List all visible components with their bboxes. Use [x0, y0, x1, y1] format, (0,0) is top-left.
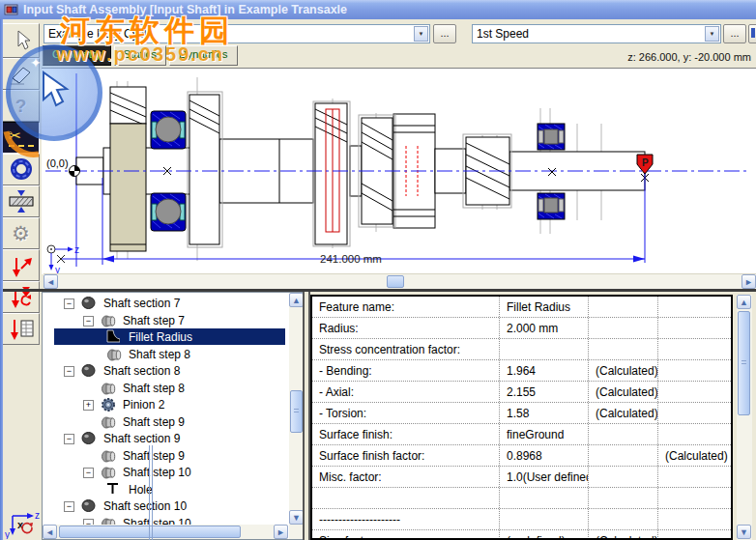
torque-load-tool-button[interactable] [2, 281, 40, 313]
tree-item-label: Fillet Radius [129, 330, 192, 344]
gear-blank[interactable] [110, 87, 146, 251]
tree-v-scrollbar[interactable]: ▲ ▼ [289, 293, 304, 539]
table-v-scrollbar[interactable]: ▲ ▼ [737, 295, 752, 540]
section-icon [81, 296, 96, 313]
expand-icon[interactable]: + [83, 400, 94, 411]
property-label: Misc. factor: [312, 467, 500, 487]
table-row: Stress concentration factor: [312, 339, 731, 360]
property-value: (Calculated) [658, 445, 731, 466]
scroll-up-icon[interactable]: ▲ [737, 295, 751, 309]
tree-item-shaft-section-7[interactable]: −Shaft section 7 [43, 295, 287, 312]
tree-item-label: Shaft section 8 [103, 364, 180, 378]
scroll-up-icon[interactable]: ▲ [289, 293, 304, 307]
property-value [658, 382, 731, 402]
gear-tool-button[interactable]: ⚙ [2, 217, 40, 249]
tree-table-splitter[interactable] [303, 292, 310, 540]
table-row: Misc. factor:1.0(User defined) [312, 467, 731, 488]
table-row [312, 488, 731, 509]
spline-gear-2-selected-feature[interactable] [313, 101, 350, 246]
tree-h-scrollbar[interactable]: ◄ ► [43, 525, 288, 539]
tree-item-shaft-section-10[interactable]: −Shaft section 10 [43, 497, 287, 515]
tree-item-hole[interactable]: Hole [43, 481, 287, 498]
drawing-h-scrollbar[interactable]: ◄ ► [44, 273, 756, 290]
tree-item-shaft-section-9[interactable]: −Shaft section 9 [43, 430, 287, 447]
scrollbar-thumb[interactable] [387, 275, 404, 288]
property-value: 1.964 [500, 360, 589, 381]
property-value: (Calculated) [589, 530, 658, 540]
shaft-feature-tree: −Shaft section 7−Shaft step 7Fillet Radi… [42, 292, 303, 540]
shaft-drawing-panel[interactable]: (0,0) P 241.000 mm z y [42, 68, 756, 274]
collapse-icon[interactable]: − [64, 501, 74, 512]
tree-item-label: Shaft step 10 [123, 466, 191, 479]
origin-label: (0,0) [46, 157, 69, 169]
property-value [500, 339, 589, 359]
speed-combobox[interactable]: 1st Speed ▼ [472, 24, 721, 43]
property-value: fineGround [500, 424, 589, 444]
speed-browse-button[interactable]: ... [723, 24, 746, 43]
tree-item-shaft-step-9[interactable]: Shaft step 9 [43, 413, 287, 431]
tree-item-shaft-step-10[interactable]: −Shaft step 10 [43, 464, 287, 481]
spline-gear-1[interactable] [188, 92, 222, 247]
property-value [500, 509, 589, 529]
step-icon [101, 381, 117, 398]
tree-item-shaft-step-7[interactable]: −Shaft step 7 [43, 312, 287, 329]
step-icon [101, 414, 117, 432]
axis-z-label: z [35, 510, 40, 521]
tree-item-shaft-step-9[interactable]: Shaft step 9 [43, 447, 287, 465]
property-value [658, 488, 731, 508]
property-value: (Calculated) [589, 360, 658, 381]
tree-item-shaft-step-10[interactable]: −Shaft step 10 [43, 515, 287, 526]
fillet-property-table: Feature name:Fillet RadiusRadius:2.000 m… [310, 295, 733, 540]
property-label: Size factor: [312, 530, 500, 540]
property-label: Surface finish: [312, 424, 500, 444]
bearing-tool-button[interactable] [2, 154, 40, 185]
duty-cycle-browse-button[interactable]: ... [433, 24, 456, 43]
scrollbar-thumb[interactable] [290, 390, 303, 433]
chevron-down-icon[interactable]: ▼ [414, 26, 428, 42]
property-label: Radius: [312, 318, 500, 338]
fillet-icon [106, 329, 120, 346]
property-value [500, 488, 589, 508]
collapse-icon[interactable]: − [64, 298, 74, 309]
tree-item-label: Shaft section 7 [103, 297, 180, 310]
calculator-button[interactable] [748, 24, 756, 43]
load-spreadsheet-tool-button[interactable] [2, 313, 40, 345]
property-value [658, 339, 731, 359]
tree-item-shaft-section-8[interactable]: −Shaft section 8 [43, 362, 287, 380]
collapse-icon[interactable]: − [64, 434, 74, 444]
section-icon [81, 363, 96, 381]
scroll-down-icon[interactable]: ▼ [737, 525, 751, 539]
collapse-icon[interactable]: − [64, 366, 74, 377]
table-row: Surface finish:fineGround [312, 424, 731, 445]
scroll-right-icon[interactable]: ► [741, 274, 756, 289]
force-load-tool-button[interactable] [2, 249, 40, 281]
step-icon [101, 465, 117, 482]
property-value [589, 445, 658, 466]
origin-marker [70, 166, 80, 177]
chevron-down-icon[interactable]: ▼ [705, 26, 719, 42]
dimension-label: 241.000 mm [320, 253, 382, 265]
property-value [589, 318, 658, 338]
scrollbar-thumb[interactable] [738, 311, 750, 415]
torque-load-icon [9, 284, 34, 311]
scroll-left-icon[interactable]: ◄ [43, 525, 57, 539]
property-label: Feature name: [312, 297, 500, 317]
scroll-left-icon[interactable]: ◄ [44, 274, 58, 289]
cursor-coordinates: z: 266.000, y: -20.000 mm [627, 51, 751, 63]
thrust-bearing-tool-button[interactable] [2, 185, 40, 217]
scroll-right-icon[interactable]: ► [274, 525, 288, 539]
property-value: (Calculated) [589, 403, 658, 423]
property-value: (undefined) [500, 530, 589, 540]
tree-item-shaft-step-8[interactable]: Shaft step 8 [43, 380, 287, 397]
tree-item-pinion-2[interactable]: +Pinion 2 [43, 396, 287, 413]
scroll-down-icon[interactable]: ▼ [289, 510, 304, 525]
collapse-icon[interactable]: − [83, 468, 94, 478]
collapse-icon[interactable]: − [83, 316, 94, 327]
tree-item-label: Shaft step 9 [123, 449, 185, 463]
tree-item-shaft-step-8[interactable]: Shaft step 8 [43, 346, 287, 363]
property-value [589, 339, 658, 359]
shaft-2d-view[interactable]: (0,0) P 241.000 mm z y [43, 70, 755, 273]
power-load-label: P [642, 157, 649, 168]
tree-item-fillet-radius[interactable]: Fillet Radius [43, 328, 287, 346]
scrollbar-thumb[interactable] [59, 526, 241, 538]
